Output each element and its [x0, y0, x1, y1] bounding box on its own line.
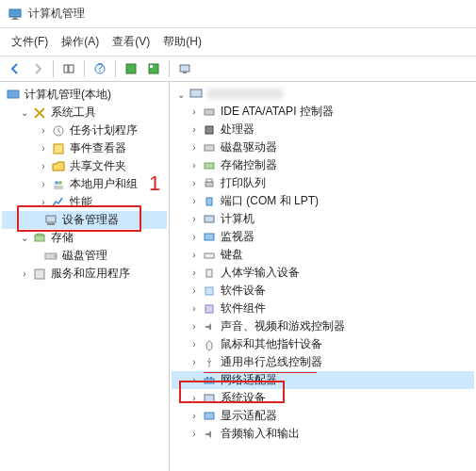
menu-file[interactable]: 文件(F) [6, 32, 54, 52]
tree-local-users[interactable]: › 本地用户和组 [2, 175, 167, 193]
tree-shared-folders[interactable]: › 共享文件夹 [2, 157, 167, 175]
device-disk-drives[interactable]: ›磁盘驱动器 [172, 138, 474, 156]
tree-label: 计算机管理(本地) [25, 87, 111, 103]
monitor-icon [202, 230, 217, 245]
tree-storage[interactable]: ⌄ 存储 [2, 229, 167, 247]
device-computer[interactable]: ›计算机 [172, 210, 474, 228]
expand-icon[interactable]: › [38, 179, 49, 190]
expand-icon[interactable]: › [189, 393, 200, 404]
tree-root[interactable]: 计算机管理(本地) [2, 86, 167, 104]
svg-rect-38 [205, 305, 213, 313]
tree-services-apps[interactable]: › 服务和应用程序 [2, 265, 167, 283]
device-system-devices[interactable]: ›系统设备 [172, 389, 474, 407]
svg-rect-35 [205, 253, 214, 258]
expand-icon[interactable]: › [189, 411, 200, 422]
forward-button[interactable] [28, 59, 47, 78]
mouse-icon [202, 337, 217, 352]
back-button[interactable] [6, 59, 25, 78]
device-usb[interactable]: ›通用串行总线控制器 [172, 353, 474, 371]
expand-icon[interactable]: › [189, 124, 200, 136]
device-label: 系统设备 [221, 390, 266, 406]
expand-icon[interactable]: › [189, 232, 200, 243]
expand-icon[interactable]: › [38, 161, 49, 172]
refresh-button[interactable] [122, 59, 140, 78]
expand-icon[interactable]: › [19, 268, 30, 280]
svg-rect-21 [35, 236, 44, 241]
svg-point-39 [206, 341, 212, 350]
show-button[interactable] [59, 59, 78, 78]
collapse-icon[interactable]: ⌄ [19, 233, 30, 244]
svg-rect-26 [205, 109, 214, 115]
device-software-devices[interactable]: ›软件设备 [172, 282, 474, 300]
properties-button[interactable] [144, 59, 163, 78]
device-monitors[interactable]: ›监视器 [172, 228, 474, 246]
computer-management-icon [6, 88, 21, 103]
svg-rect-27 [205, 126, 213, 134]
tree-performance[interactable]: › 性能 [2, 193, 167, 211]
device-root[interactable]: ⌄ XXXXXXXXXX [172, 86, 474, 103]
menu-view[interactable]: 查看(V) [107, 32, 156, 52]
display-icon [202, 409, 217, 424]
device-processors[interactable]: ›处理器 [172, 121, 474, 138]
svg-rect-29 [205, 163, 214, 169]
svg-rect-31 [206, 179, 212, 182]
expand-icon[interactable]: › [189, 250, 200, 261]
ide-icon [202, 105, 217, 120]
device-print-queues[interactable]: ›打印队列 [172, 174, 474, 192]
expand-icon[interactable]: › [189, 357, 200, 368]
device-audio-io[interactable]: ›音频输入和输出 [172, 425, 474, 443]
help-button[interactable]: ? [90, 59, 109, 78]
expand-icon[interactable]: › [189, 285, 200, 297]
ports-icon [202, 194, 217, 209]
svg-rect-0 [9, 9, 21, 17]
expand-icon[interactable]: › [189, 375, 200, 386]
tree-disk-management[interactable]: 磁盘管理 [2, 247, 167, 265]
expand-icon[interactable]: › [189, 196, 200, 207]
menu-help[interactable]: 帮助(H) [157, 32, 207, 52]
device-sound[interactable]: ›声音、视频和游戏控制器 [172, 317, 474, 335]
expand-icon[interactable]: › [38, 143, 49, 154]
expand-icon[interactable]: › [189, 303, 200, 315]
folder-icon [51, 159, 66, 174]
expand-icon[interactable]: › [189, 321, 200, 333]
svg-rect-11 [183, 72, 187, 73]
device-hid[interactable]: ›人体学输入设备 [172, 264, 474, 282]
svg-rect-43 [205, 395, 214, 402]
device-ide[interactable]: ›IDE ATA/ATAPI 控制器 [172, 103, 474, 121]
svg-rect-40 [205, 379, 214, 383]
users-icon [51, 177, 66, 192]
expand-icon[interactable]: › [189, 178, 200, 189]
expand-icon[interactable]: › [189, 429, 200, 440]
svg-point-16 [58, 181, 62, 185]
expand-icon[interactable]: › [189, 160, 200, 171]
svg-rect-44 [205, 413, 214, 419]
expand-icon[interactable]: › [189, 106, 200, 118]
collapse-icon[interactable]: ⌄ [19, 107, 30, 119]
expand-icon[interactable]: › [38, 125, 49, 137]
tree-system-tools[interactable]: ⌄ 系统工具 [2, 104, 167, 122]
device-software-components[interactable]: ›软件组件 [172, 300, 474, 317]
expand-icon[interactable]: › [38, 197, 49, 208]
tree-device-manager[interactable]: 设备管理器 [2, 211, 167, 229]
expand-icon[interactable]: › [189, 339, 200, 350]
device-ports[interactable]: ›端口 (COM 和 LPT) [172, 192, 474, 210]
device-display-adapters[interactable]: ›显示适配器 [172, 407, 474, 425]
device-storage-controllers[interactable]: ›存储控制器 [172, 156, 474, 174]
device-mice[interactable]: ›鼠标和其他指针设备 [172, 335, 474, 353]
tree-task-scheduler[interactable]: › 任务计划程序 [2, 122, 167, 139]
tree-label: 事件查看器 [70, 140, 126, 156]
expand-icon[interactable]: › [189, 268, 200, 279]
device-label: 磁盘驱动器 [221, 139, 277, 155]
expand-icon[interactable]: › [189, 214, 200, 225]
device-keyboards[interactable]: ›键盘 [172, 246, 474, 264]
collapse-icon[interactable]: ⌄ [175, 89, 187, 100]
storage-icon [32, 231, 47, 246]
toolbar-separator [84, 60, 85, 77]
monitor-icon[interactable] [175, 59, 194, 78]
expand-icon[interactable]: › [189, 142, 200, 154]
device-network-adapters[interactable]: ›网络适配器 [172, 371, 474, 389]
tree-event-viewer[interactable]: › 事件查看器 [2, 139, 167, 157]
menu-action[interactable]: 操作(A) [56, 32, 105, 52]
tree-label: 磁盘管理 [62, 248, 107, 264]
tree-label: 性能 [70, 194, 92, 210]
